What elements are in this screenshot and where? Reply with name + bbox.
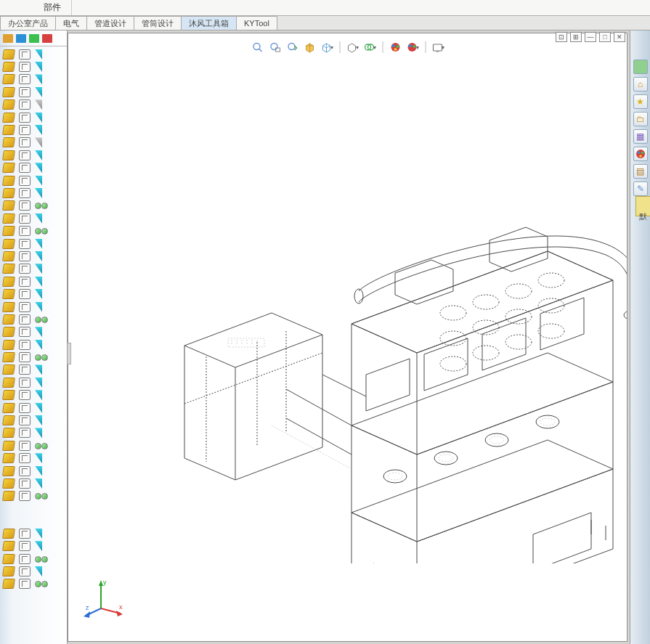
tree-row[interactable] (1, 60, 65, 73)
svg-point-40 (538, 324, 564, 338)
tree-row[interactable] (1, 149, 65, 161)
tree-row[interactable] (1, 553, 65, 565)
view-orientation-icon[interactable]: ▾ (346, 41, 359, 54)
tree-row[interactable] (1, 527, 65, 539)
svg-point-28 (540, 418, 555, 425)
tree-row[interactable] (1, 565, 65, 577)
tree-row[interactable] (1, 326, 65, 338)
tree-row[interactable] (1, 250, 65, 262)
tree-row[interactable] (1, 224, 65, 237)
tab-kytool[interactable]: KYTool (236, 16, 277, 30)
tree-row[interactable] (1, 465, 65, 477)
tree-row[interactable] (1, 389, 65, 402)
appearances-tab-icon[interactable] (633, 147, 648, 161)
shown-icon (35, 213, 42, 224)
tree-row[interactable] (1, 99, 65, 111)
design-library-tab-icon[interactable]: ★ (633, 94, 648, 109)
svg-point-22 (388, 473, 402, 480)
tree-row[interactable] (1, 136, 65, 149)
tree-row[interactable] (1, 48, 65, 60)
tree-row[interactable] (1, 237, 65, 250)
file-explorer-tab-icon[interactable]: 🗀 (633, 112, 648, 126)
dimxpert-tab-icon[interactable] (42, 34, 52, 43)
tab-electrical[interactable]: 电气 (55, 16, 87, 30)
svg-text:z: z (86, 604, 89, 611)
win-minimize-icon[interactable]: — (585, 32, 596, 42)
tree-row[interactable] (1, 539, 65, 552)
tree-row[interactable] (1, 578, 65, 590)
win-cascade-icon[interactable]: ⊞ (570, 32, 582, 42)
tree-row[interactable] (1, 338, 65, 351)
tree-row[interactable] (1, 477, 65, 489)
shown-icon (35, 188, 42, 198)
tree-row[interactable] (1, 364, 65, 376)
tree-row[interactable] (1, 174, 65, 187)
display-style-icon[interactable]: ▾ (320, 41, 333, 54)
config-tab-icon[interactable] (29, 34, 39, 43)
forum-tab-icon[interactable]: ✎ (633, 182, 648, 196)
sheet-icon (19, 453, 31, 463)
tree-row[interactable] (1, 452, 65, 465)
tab-mufeng[interactable]: 沐风工具箱 (181, 16, 237, 30)
tab-tubing[interactable]: 管筒设计 (134, 16, 182, 30)
win-close-icon[interactable]: ✕ (614, 32, 625, 42)
tree-row[interactable] (1, 123, 65, 136)
right-flyout-tab[interactable]: 默 (635, 196, 650, 216)
view-palette-tab-icon[interactable]: ▦ (633, 129, 648, 144)
resources-tab-icon[interactable] (633, 60, 648, 74)
sheet-icon (19, 302, 31, 312)
graphics-viewport[interactable]: ▾ ▾ ▾ ▾ ▾ (68, 33, 627, 642)
property-tab-icon[interactable] (16, 34, 26, 43)
part-icon (2, 74, 15, 84)
tree-row[interactable] (1, 414, 65, 426)
tree-row[interactable] (1, 86, 65, 98)
tree-row[interactable] (1, 351, 65, 363)
menu-item-parts[interactable]: 部件 (33, 0, 72, 15)
task-pane-rail: ⌂ ★ 🗀 ▦ ▤ ✎ (630, 30, 650, 644)
tree-row[interactable] (1, 162, 65, 174)
tree-row[interactable] (1, 288, 65, 300)
home-tab-icon[interactable]: ⌂ (633, 77, 648, 91)
tree-row[interactable] (1, 212, 65, 224)
custom-props-tab-icon[interactable]: ▤ (633, 164, 648, 179)
part-icon (2, 566, 15, 576)
previous-view-icon[interactable] (285, 41, 298, 54)
tree-row[interactable] (1, 275, 65, 288)
tree-row[interactable] (1, 313, 65, 325)
panel-drag-handle[interactable] (68, 343, 71, 364)
tree-row[interactable] (1, 427, 65, 439)
svg-point-4 (288, 44, 295, 50)
view-settings-icon[interactable]: ▾ (431, 41, 444, 54)
tree-row[interactable] (1, 376, 65, 388)
section-view-icon[interactable] (303, 41, 316, 54)
shown-icon (35, 277, 42, 287)
tab-office[interactable]: 办公室产品 (0, 16, 56, 30)
part-icon (2, 125, 15, 135)
hide-show-icon[interactable]: ▾ (363, 41, 376, 54)
win-tile-icon[interactable]: ⊡ (556, 32, 567, 42)
tree-row[interactable] (1, 73, 65, 86)
sheet-icon (19, 251, 31, 261)
tree-row[interactable] (1, 111, 65, 123)
tree-row[interactable] (1, 200, 65, 212)
apply-scene-icon[interactable]: ▾ (406, 41, 419, 54)
zoom-to-area-icon[interactable] (268, 41, 281, 54)
triad-icon[interactable]: y x z (83, 576, 126, 619)
tree-row[interactable] (1, 187, 65, 199)
tree-row[interactable] (1, 301, 65, 313)
feature-tree-tab-icon[interactable] (3, 34, 13, 43)
edit-appearance-icon[interactable] (389, 41, 402, 54)
win-maximize-icon[interactable]: □ (599, 32, 611, 42)
feature-tree[interactable] (0, 46, 67, 592)
sheet-icon (19, 428, 31, 438)
viewport-container: ▾ ▾ ▾ ▾ ▾ (68, 30, 630, 644)
glasses-icon (35, 227, 48, 235)
tree-row[interactable] (1, 490, 65, 502)
part-icon (2, 176, 15, 186)
zoom-to-fit-icon[interactable] (251, 41, 264, 54)
tree-row[interactable] (1, 263, 65, 275)
sheet-icon (19, 441, 31, 451)
tree-row[interactable] (1, 439, 65, 452)
tab-piping[interactable]: 管道设计 (86, 16, 134, 30)
tree-row[interactable] (1, 402, 65, 414)
